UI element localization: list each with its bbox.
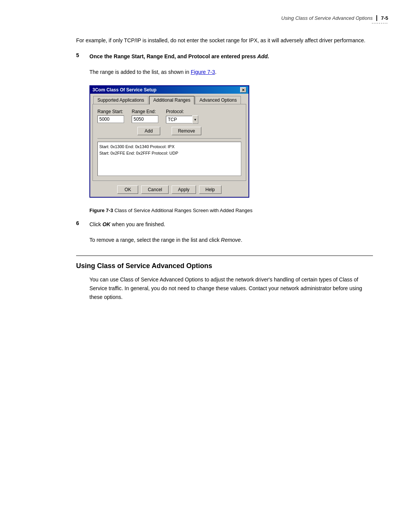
step-5-bold: Once the Range Start, Range End, and Pro… <box>89 53 269 59</box>
remove-button[interactable]: Remove <box>172 127 202 135</box>
step-5: 5 Once the Range Start, Range End, and P… <box>76 52 373 61</box>
range-start-group: Range Start: <box>97 109 124 123</box>
header-page-num: 7-5 ········· <box>376 15 388 21</box>
figure-link[interactable]: Figure 7-3 <box>191 69 215 75</box>
ok-button[interactable]: OK <box>117 185 138 194</box>
step-5-number: 5 <box>76 52 84 61</box>
list-item: Start: 0x2FFE End: 0x2FFF Protocol: UDP <box>99 150 239 157</box>
range-end-input[interactable] <box>132 115 158 123</box>
content-area: For example, if only TCP/IP is installed… <box>0 29 411 317</box>
dialog-window: 3Com Class Of Service Setup ✕ Supported … <box>89 85 249 198</box>
header-dots: ········· <box>372 21 388 26</box>
range-start-input[interactable] <box>97 115 124 123</box>
list-area[interactable]: Start: 0x1300 End: 0x1340 Protocol: IPX … <box>97 142 241 176</box>
form-row: Range Start: Range End: Protocol: TCP <box>97 109 241 124</box>
step-6-container: 6 Click OK when you are finished. To rem… <box>76 220 373 244</box>
separator <box>97 138 241 139</box>
dialog-title: 3Com Class Of Service Setup <box>92 87 156 93</box>
cancel-button[interactable]: Cancel <box>141 185 168 194</box>
figure-caption: Figure 7-3 Class of Service Additional R… <box>89 208 373 213</box>
help-button[interactable]: Help <box>199 185 221 194</box>
page-container: Using Class of Service Advanced Options … <box>0 0 411 532</box>
section-body: You can use Class of Service Advanced Op… <box>89 275 373 302</box>
page-header: Using Class of Service Advanced Options … <box>0 0 411 29</box>
step-6-text: Click OK when you are finished. <box>89 220 165 228</box>
remove-note: To remove a range, select the range in t… <box>89 236 373 244</box>
tab-advanced-options[interactable]: Advanced Options <box>195 96 241 104</box>
dialog-container: 3Com Class Of Service Setup ✕ Supported … <box>89 85 249 198</box>
range-start-label: Range Start: <box>97 109 124 114</box>
intro-text: For example, if only TCP/IP is installed… <box>76 36 373 45</box>
step-5-text: Once the Range Start, Range End, and Pro… <box>89 52 269 61</box>
tab-supported-applications[interactable]: Supported Applications <box>93 96 148 104</box>
dialog-body: Range Start: Range End: Protocol: TCP <box>92 104 246 181</box>
figure-bold-label: Figure 7-3 <box>89 208 113 213</box>
range-end-label: Range End: <box>132 109 158 114</box>
reference-text: The range is added to the list, as shown… <box>89 68 373 76</box>
dialog-footer: OK Cancel Apply Help <box>90 183 249 197</box>
protocol-group: Protocol: TCP UDP IPX ▼ <box>166 109 198 124</box>
dialog-close-button[interactable]: ✕ <box>240 87 246 93</box>
step-6-number: 6 <box>76 220 84 228</box>
protocol-select[interactable]: TCP UDP IPX <box>166 116 193 123</box>
add-remove-buttons: Add Remove <box>97 127 241 135</box>
header-title-area: Using Class of Service Advanced Options … <box>281 15 388 21</box>
select-arrow-icon[interactable]: ▼ <box>192 115 198 124</box>
dialog-tabs: Supported Applications Additional Ranges… <box>90 94 249 104</box>
header-title: Using Class of Service Advanced Options <box>281 15 373 21</box>
section-heading: Using Class of Service Advanced Options <box>76 262 373 270</box>
apply-button[interactable]: Apply <box>172 185 196 194</box>
tab-additional-ranges[interactable]: Additional Ranges <box>149 96 194 104</box>
page-number: 7-5 <box>381 15 388 21</box>
range-end-group: Range End: <box>132 109 158 123</box>
step-6: 6 Click OK when you are finished. <box>76 220 373 228</box>
section-divider <box>76 256 373 256</box>
dialog-titlebar: 3Com Class Of Service Setup ✕ <box>90 86 249 94</box>
add-button[interactable]: Add <box>137 127 160 135</box>
protocol-label: Protocol: <box>166 109 198 114</box>
protocol-select-wrapper: TCP UDP IPX ▼ <box>166 115 198 124</box>
list-item: Start: 0x1300 End: 0x1340 Protocol: IPX <box>99 144 239 150</box>
